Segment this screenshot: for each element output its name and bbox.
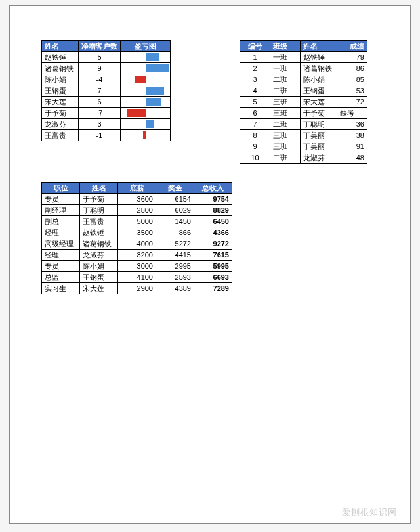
cell: 丁聪明 xyxy=(301,119,337,130)
document-page: 姓名 净增客户数 盈亏图 赵铁锤5诸葛钢铁9陈小娟-4王钢蛋7宋大莲6于予菊-7… xyxy=(9,5,411,524)
bar-positive xyxy=(146,64,169,72)
cell: 专员 xyxy=(42,194,80,205)
cell: 9754 xyxy=(194,194,232,205)
cell-bar xyxy=(121,63,171,74)
cell: 龙淑芬 xyxy=(80,250,118,261)
cell-value: 6 xyxy=(79,97,121,108)
table-row: 宋大莲6 xyxy=(42,97,171,108)
cell: 4415 xyxy=(156,250,194,261)
table-row: 1一班赵铁锤79 xyxy=(240,52,368,63)
winloss-table: 姓名 净增客户数 盈亏图 赵铁锤5诸葛钢铁9陈小娟-4王钢蛋7宋大莲6于予菊-7… xyxy=(41,40,171,141)
cell-value: 3 xyxy=(79,119,121,130)
cell: 诸葛钢铁 xyxy=(301,63,337,74)
cell: 一班 xyxy=(270,63,301,74)
col-name: 姓名 xyxy=(42,41,79,52)
table-row: 2一班诸葛钢铁86 xyxy=(240,63,368,74)
cell: 2995 xyxy=(156,261,194,272)
table-row: 诸葛钢铁9 xyxy=(42,63,171,74)
cell: 高级经理 xyxy=(42,238,80,250)
table-row: 10二班龙淑芬48 xyxy=(240,152,368,164)
cell: 赵铁锤 xyxy=(301,52,337,63)
cell: 3500 xyxy=(118,227,156,238)
cell: 副经理 xyxy=(42,205,80,216)
cell-name: 王钢蛋 xyxy=(42,85,79,97)
col-bonus: 奖金 xyxy=(156,183,194,194)
cell: 龙淑芬 xyxy=(301,152,337,164)
cell: 6693 xyxy=(194,272,232,283)
cell: 二班 xyxy=(270,74,301,85)
cell: 经理 xyxy=(42,250,80,261)
cell: 4100 xyxy=(118,272,156,283)
cell: 三班 xyxy=(270,130,301,141)
cell: 86 xyxy=(337,63,368,74)
bar-positive xyxy=(146,87,164,95)
col-position: 职位 xyxy=(42,183,80,194)
bar-positive xyxy=(146,120,154,128)
cell: 6029 xyxy=(156,205,194,216)
table-row: 王钢蛋7 xyxy=(42,85,171,97)
table-row: 王富贵-1 xyxy=(42,130,171,141)
cell: 诸葛钢铁 xyxy=(80,238,118,250)
cell-bar xyxy=(121,85,171,97)
cell: 王钢蛋 xyxy=(301,85,337,97)
table-row: 3二班陈小娟85 xyxy=(240,74,368,85)
cell: 4 xyxy=(240,85,270,97)
cell: 王钢蛋 xyxy=(80,272,118,283)
cell: 一班 xyxy=(270,52,301,63)
bar-positive xyxy=(146,98,161,106)
cell: 9 xyxy=(240,141,270,152)
cell-bar xyxy=(121,119,171,130)
cell: 91 xyxy=(337,141,368,152)
cell: 实习生 xyxy=(42,283,80,294)
cell: 于予菊 xyxy=(80,194,118,205)
cell: 3600 xyxy=(118,194,156,205)
cell: 6154 xyxy=(156,194,194,205)
col-net: 净增客户数 xyxy=(79,41,121,52)
table-row: 赵铁锤5 xyxy=(42,52,171,63)
cell: 3200 xyxy=(118,250,156,261)
cell-bar xyxy=(121,74,171,85)
table-row: 副总王富贵500014506450 xyxy=(42,216,232,227)
cell: 72 xyxy=(337,97,368,108)
table-row: 专员陈小娟300029955995 xyxy=(42,261,232,272)
cell: 总监 xyxy=(42,272,80,283)
table-row: 4二班王钢蛋53 xyxy=(240,85,368,97)
cell: 二班 xyxy=(270,152,301,164)
cell: 1 xyxy=(240,52,270,63)
cell-value: -4 xyxy=(79,74,121,85)
cell: 丁美丽 xyxy=(301,141,337,152)
cell: 王富贵 xyxy=(80,216,118,227)
cell: 4389 xyxy=(156,283,194,294)
col-score: 成绩 xyxy=(337,41,368,52)
cell: 丁美丽 xyxy=(301,130,337,141)
cell: 4366 xyxy=(194,227,232,238)
salary-table: 职位 姓名 底薪 奖金 总收入 专员于予菊360061549754副经理丁聪明2… xyxy=(41,182,232,294)
table-row: 5三班宋大莲72 xyxy=(240,97,368,108)
col-class: 班级 xyxy=(270,41,301,52)
col-total: 总收入 xyxy=(194,183,232,194)
cell: 7289 xyxy=(194,283,232,294)
cell-value: 5 xyxy=(79,52,121,63)
col-chart: 盈亏图 xyxy=(121,41,171,52)
cell: 陈小娟 xyxy=(80,261,118,272)
bar-positive xyxy=(146,53,159,61)
cell: 48 xyxy=(337,152,368,164)
cell: 85 xyxy=(337,74,368,85)
cell: 三班 xyxy=(270,108,301,119)
cell-name: 赵铁锤 xyxy=(42,52,79,63)
table-row: 6三班于予菊缺考 xyxy=(240,108,368,119)
cell-value: 7 xyxy=(79,85,121,97)
cell: 36 xyxy=(337,119,368,130)
cell-name: 王富贵 xyxy=(42,130,79,141)
cell: 2900 xyxy=(118,283,156,294)
table-row: 副经理丁聪明280060298829 xyxy=(42,205,232,216)
table-row: 实习生宋大莲290043897289 xyxy=(42,283,232,294)
table-row: 龙淑芬3 xyxy=(42,119,171,130)
table-row: 总监王钢蛋410025936693 xyxy=(42,272,232,283)
cell: 1450 xyxy=(156,216,194,227)
table-row: 9三班丁美丽91 xyxy=(240,141,368,152)
cell: 5 xyxy=(240,97,270,108)
cell: 8829 xyxy=(194,205,232,216)
cell: 79 xyxy=(337,52,368,63)
cell: 8 xyxy=(240,130,270,141)
